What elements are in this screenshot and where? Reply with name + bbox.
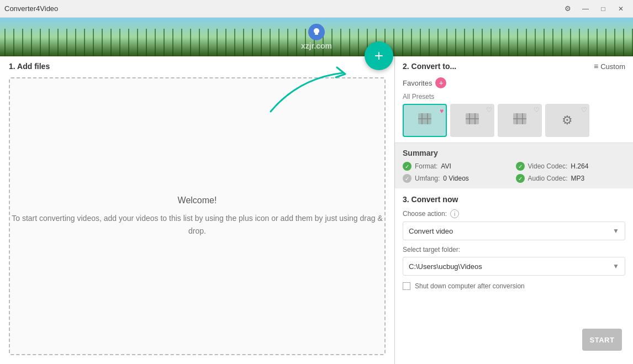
folder-value: C:\Users\ucbug\Videos xyxy=(409,262,482,271)
summary-video-codec: ✓ Video Codec: H.264 xyxy=(516,162,626,171)
left-panel: 1. Add files Welcome! To start convertin… xyxy=(0,56,395,364)
action-value: Convert video xyxy=(409,227,453,235)
preset-card-2[interactable]: ♡ xyxy=(450,104,494,137)
video-codec-check: ✓ xyxy=(516,162,525,171)
shutdown-label: Shut down computer after conversion xyxy=(415,282,525,290)
summary-format: ✓ Format: AVI xyxy=(403,162,513,171)
maximize-button[interactable]: □ xyxy=(595,3,611,14)
convert-to-section: 2. Convert to... ≡ Custom Favorites + Al… xyxy=(395,56,633,143)
watermark-icon xyxy=(308,24,325,40)
watermark: xzjr.com xyxy=(301,24,332,50)
preset-card-4[interactable]: ⚙ ♡ xyxy=(545,104,589,137)
drop-zone[interactable]: Welcome! To start converting videos, add… xyxy=(9,77,386,355)
right-panel: 2. Convert to... ≡ Custom Favorites + Al… xyxy=(395,56,633,364)
preset-card-1[interactable]: ♥ xyxy=(403,104,447,137)
info-icon[interactable]: i xyxy=(450,209,459,218)
folder-dropdown[interactable]: C:\Users\ucbug\Videos ▼ xyxy=(403,257,625,276)
summary-audio-codec: ✓ Audio Codec: MP3 xyxy=(516,174,626,183)
menu-icon: ≡ xyxy=(594,62,598,71)
preset-heart-2: ♡ xyxy=(486,106,492,114)
main-layout: 1. Add files Welcome! To start convertin… xyxy=(0,56,633,364)
close-button[interactable]: ✕ xyxy=(613,3,629,14)
audio-codec-value: MP3 xyxy=(571,175,585,182)
summary-grid: ✓ Format: AVI ✓ Video Codec: H.264 ✓ Umf… xyxy=(403,162,625,183)
preset-icon-3 xyxy=(512,111,528,130)
welcome-text: To start converting videos, add your vid… xyxy=(10,212,384,237)
window-controls: — □ ✕ xyxy=(578,3,629,14)
settings-button[interactable]: ⚙ xyxy=(560,3,576,14)
minimize-button[interactable]: — xyxy=(578,3,593,14)
all-presets-label: All Presets xyxy=(395,92,633,104)
format-check: ✓ xyxy=(403,162,412,171)
shutdown-checkbox[interactable] xyxy=(403,282,410,290)
umfang-check: ✓ xyxy=(403,174,412,183)
watermark-text: xzjr.com xyxy=(301,41,332,50)
convert-now-title: 3. Convert now xyxy=(403,195,625,204)
plus-icon: + xyxy=(374,47,383,65)
video-codec-label: Video Codec: xyxy=(528,162,568,170)
action-dropdown-arrow: ▼ xyxy=(613,227,619,235)
convert-to-title: 2. Convert to... xyxy=(403,62,456,71)
presets-row: ♥ ♡ ♡ ⚙ ♡ xyxy=(395,104,633,143)
banner: xzjr.com xyxy=(0,18,633,56)
preset-heart-3: ♡ xyxy=(534,106,540,114)
custom-button[interactable]: ≡ Custom xyxy=(594,62,625,71)
preset-heart-1: ♥ xyxy=(440,107,444,115)
summary-umfang: ✓ Umfang: 0 Videos xyxy=(403,174,513,183)
umfang-value: 0 Videos xyxy=(443,175,468,182)
format-label: Format: xyxy=(415,162,437,170)
audio-codec-check: ✓ xyxy=(516,174,525,183)
folder-dropdown-arrow: ▼ xyxy=(613,262,619,270)
add-files-title: 1. Add files xyxy=(0,56,394,75)
convert-to-header: 2. Convert to... ≡ Custom xyxy=(395,56,633,75)
umfang-label: Umfang: xyxy=(415,175,440,182)
preset-card-3[interactable]: ♡ xyxy=(498,104,542,137)
start-button[interactable]: START xyxy=(582,329,622,351)
choose-action-label: Choose action: xyxy=(403,210,447,218)
shutdown-row: Shut down computer after conversion xyxy=(403,282,625,290)
favorites-row: Favorites + xyxy=(395,75,633,92)
preset-icon-1 xyxy=(417,111,432,130)
plus-icon: + xyxy=(439,79,443,87)
gear-icon: ⚙ xyxy=(565,4,571,13)
welcome-title: Welcome! xyxy=(178,196,217,205)
summary-title: Summary xyxy=(403,149,625,157)
preset-heart-4: ♡ xyxy=(581,106,587,114)
video-codec-value: H.264 xyxy=(571,162,588,170)
app-title: Converter4Video xyxy=(4,4,58,13)
preset-icon-2 xyxy=(465,111,480,130)
favorites-add-button[interactable]: + xyxy=(435,77,446,88)
audio-codec-label: Audio Codec: xyxy=(528,175,568,182)
titlebar: Converter4Video ⚙ — □ ✕ xyxy=(0,0,633,18)
preset-icon-4: ⚙ xyxy=(562,113,573,128)
folder-label: Select target folder: xyxy=(403,246,625,254)
action-dropdown[interactable]: Convert video ▼ xyxy=(403,221,625,240)
summary-section: Summary ✓ Format: AVI ✓ Video Codec: H.2… xyxy=(395,143,633,188)
choose-action-row: Choose action: i xyxy=(403,209,625,218)
format-value: AVI xyxy=(441,162,451,170)
favorites-label: Favorites xyxy=(403,79,432,87)
add-files-button[interactable]: + xyxy=(365,41,393,70)
